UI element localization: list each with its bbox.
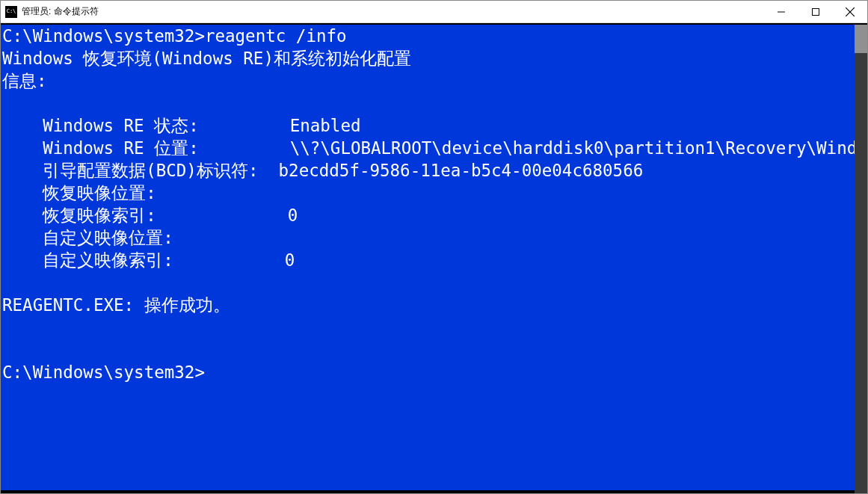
prompt: C:\Windows\system32> [2, 26, 205, 46]
command-text: reagentc /info [205, 26, 347, 46]
field-label: 恢复映像位置: [2, 183, 156, 203]
vertical-scrollbar[interactable] [855, 25, 867, 493]
window-controls [764, 1, 867, 22]
prompt: C:\Windows\system32> [2, 362, 205, 382]
field-value: 0 [288, 206, 298, 225]
terminal-bottom-border [1, 490, 855, 493]
field-value: b2ecdd5f-9586-11ea-b5c4-00e04c680566 [279, 161, 644, 180]
maximize-button[interactable] [798, 1, 833, 22]
terminal[interactable]: C:\Windows\system32>reagentc /info Windo… [1, 23, 867, 493]
field-label: 自定义映像索引: [2, 250, 285, 270]
window-title: 管理员: 命令提示符 [22, 5, 764, 18]
cmd-icon: C:\ [5, 6, 17, 18]
field-label: 恢复映像索引: [2, 206, 288, 225]
window-titlebar: C:\ 管理员: 命令提示符 [1, 1, 867, 23]
terminal-content: C:\Windows\system32>reagentc /info Windo… [1, 25, 867, 383]
close-button[interactable] [833, 1, 867, 22]
output-header: Windows 恢复环境(Windows RE)和系统初始化配置 [2, 49, 411, 68]
field-label: 引导配置数据(BCD)标识符: [2, 161, 279, 180]
minimize-button[interactable] [764, 1, 798, 22]
field-value: \\?\GLOBALROOT\device\harddisk0\partitio… [290, 138, 867, 158]
field-value: 0 [285, 250, 295, 270]
cmd-icon-glyph: C:\ [7, 9, 16, 14]
svg-rect-1 [813, 8, 819, 15]
field-label: Windows RE 位置: [2, 138, 290, 158]
field-value: Enabled [290, 116, 361, 135]
output-info-label: 信息: [2, 71, 47, 90]
field-label: 自定义映像位置: [2, 228, 173, 247]
field-label: Windows RE 状态: [2, 116, 290, 135]
terminal-area: C:\Windows\system32>reagentc /info Windo… [1, 23, 867, 493]
scrollbar-thumb[interactable] [855, 25, 867, 53]
result-line: REAGENTC.EXE: 操作成功。 [2, 295, 230, 315]
